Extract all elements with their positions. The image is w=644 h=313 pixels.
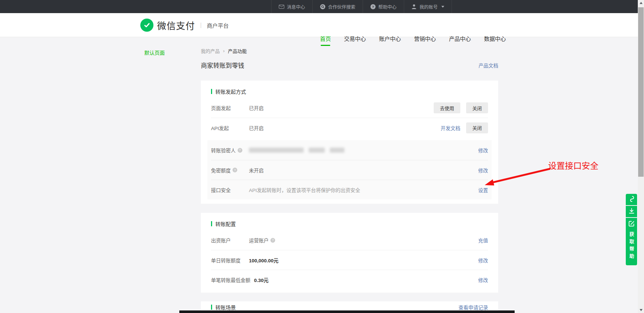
- product-doc-link[interactable]: 产品文档: [479, 62, 498, 69]
- funding-account-help-icon[interactable]: [270, 238, 275, 243]
- get-help-label: 获取帮助: [628, 232, 635, 261]
- svg-text:?: ?: [372, 5, 374, 9]
- launch-section-title: 转账发起方式: [211, 88, 488, 95]
- daily-limit-row: 单日转账额度 100,000.00元 修改: [211, 250, 488, 270]
- page-head: 商家转账到零钱 产品文档: [201, 60, 498, 70]
- annotation-set-api-security: 设置接口安全: [548, 159, 598, 171]
- scroll-down-button[interactable]: [638, 307, 644, 313]
- view-application-records-link[interactable]: 查看申请记录: [458, 304, 488, 311]
- page-title: 商家转账到零钱: [201, 60, 244, 70]
- scrollbar[interactable]: [638, 0, 644, 313]
- question-icon: ?: [370, 4, 376, 9]
- download-icon: [629, 208, 635, 215]
- page-launch-label: 页面发起: [211, 104, 249, 111]
- nav-data-center[interactable]: 数据中心: [484, 26, 506, 50]
- search-icon: [320, 4, 325, 9]
- triangle-down-icon: [640, 309, 643, 311]
- brand-divider: |: [200, 21, 202, 29]
- message-center-label: 消息中心: [287, 3, 305, 10]
- no-password-limit-status: 未开启: [249, 167, 478, 174]
- mail-icon: [279, 4, 284, 9]
- help-center-label: 帮助中心: [378, 3, 397, 10]
- brand-name: 微信支付: [157, 19, 195, 32]
- breadcrumb-separator: ›: [223, 48, 225, 54]
- chevron-down-icon: [441, 6, 444, 8]
- dev-doc-link[interactable]: 开发文档: [441, 124, 460, 132]
- annotation-arrow-icon: [482, 166, 553, 190]
- link-icon: [629, 196, 635, 204]
- get-help-button[interactable]: 获取帮助: [626, 218, 637, 265]
- config-section-title-text: 转账配置: [215, 220, 236, 227]
- scene-section-title: 转账场景: [211, 304, 236, 311]
- page-launch-row: 页面发起 已开启 去使用 关闭: [211, 98, 488, 118]
- config-section-title: 转账配置: [211, 220, 488, 227]
- message-center-item[interactable]: 消息中心: [271, 0, 312, 13]
- no-password-limit-label: 免密额度: [211, 167, 231, 174]
- verifier-help-icon[interactable]: [238, 148, 242, 153]
- launch-method-card: 转账发起方式 页面发起 已开启 去使用 关闭 API发起 已开启 开发文档 关闭…: [201, 81, 498, 204]
- breadcrumb: 我的产品 › 产品功能: [201, 47, 247, 54]
- float-toolbar: 获取帮助: [626, 194, 637, 265]
- verifier-row: 转账验密人 修改: [211, 140, 488, 160]
- min-amount-value: 0.30元: [254, 276, 478, 283]
- min-amount-row: 单笔转账最低金额 0.30元 修改: [211, 270, 488, 289]
- min-amount-label: 单笔转账最低金额: [211, 276, 254, 283]
- partner-search-item[interactable]: 合作伙伴搜索: [312, 0, 363, 13]
- modify-min-amount-link[interactable]: 修改: [478, 276, 488, 283]
- scene-section-title-text: 转账场景: [215, 304, 236, 311]
- download-button[interactable]: [626, 206, 637, 217]
- topbar: 消息中心 合作伙伴搜索 ? 帮助中心 我的账号: [0, 0, 644, 13]
- nav-product-center[interactable]: 产品中心: [449, 26, 471, 50]
- api-security-row: 接口安全 API发起转账时，设置该项平台将保护你的出资安全 设置: [211, 180, 488, 199]
- nav-account-center[interactable]: 账户中心: [379, 26, 401, 50]
- breadcrumb-parent[interactable]: 我的产品: [201, 47, 220, 54]
- nav-home[interactable]: 首页: [320, 26, 331, 50]
- masked-verifier-value: [249, 148, 344, 153]
- scroll-up-button[interactable]: [638, 0, 644, 6]
- daily-limit-label: 单日转账额度: [211, 257, 249, 264]
- recharge-link[interactable]: 充值: [478, 236, 488, 244]
- brand: 微信支付 | 商户平台: [140, 13, 229, 37]
- section-accent-bar: [211, 89, 212, 94]
- api-settings-block: 转账验密人 修改 免密额度 未开启 修改 接口安全 API发起转账时，设置该项平…: [207, 140, 492, 199]
- my-account-item[interactable]: 我的账号: [404, 0, 452, 13]
- main-nav: 首页 交易中心 账户中心 营销中心 产品中心 数据中心: [320, 26, 506, 50]
- topbar-items: 消息中心 合作伙伴搜索 ? 帮助中心 我的账号: [271, 0, 452, 13]
- clipped-content-strip: [179, 310, 515, 313]
- api-launch-label: API发起: [211, 124, 249, 132]
- modify-daily-limit-link[interactable]: 修改: [478, 257, 488, 264]
- api-launch-row: API发起 已开启 开发文档 关闭: [211, 118, 488, 137]
- nav-transaction-center[interactable]: 交易中心: [344, 26, 366, 50]
- share-link-button[interactable]: [626, 194, 637, 205]
- funding-account-value: 运营账户: [249, 236, 269, 244]
- no-password-limit-help-icon[interactable]: [233, 168, 237, 172]
- breadcrumb-current: 产品功能: [228, 47, 247, 54]
- api-security-desc: API发起转账时，设置该项平台将保护你的出资安全: [249, 186, 478, 193]
- nav-marketing-center[interactable]: 营销中心: [414, 26, 436, 50]
- sidebar-item-default-page[interactable]: 默认页面: [144, 49, 165, 56]
- close-page-launch-button[interactable]: 关闭: [466, 102, 488, 113]
- api-security-label: 接口安全: [211, 186, 249, 193]
- daily-limit-value: 100,000.00元: [249, 257, 478, 264]
- help-center-item[interactable]: ? 帮助中心: [363, 0, 404, 13]
- wechat-pay-logo-icon: [140, 19, 153, 32]
- my-account-label: 我的账号: [419, 3, 438, 10]
- funding-account-row: 出资账户 运营账户 充值: [211, 230, 488, 250]
- platform-label: 商户平台: [207, 21, 229, 29]
- no-password-limit-row: 免密额度 未开启 修改: [211, 160, 488, 180]
- modify-verifier-link[interactable]: 修改: [478, 146, 488, 154]
- verifier-label: 转账验密人: [211, 146, 236, 154]
- launch-section-title-text: 转账发起方式: [215, 88, 246, 95]
- user-icon: [411, 4, 417, 9]
- transfer-config-card: 转账配置 出资账户 运营账户 充值 单日转账额度 100,000.00元 修改 …: [201, 213, 498, 293]
- section-accent-bar: [211, 221, 212, 226]
- feedback-edit-icon: [629, 221, 635, 228]
- api-launch-status: 已开启: [249, 124, 441, 132]
- use-button[interactable]: 去使用: [434, 102, 460, 113]
- header: 微信支付 | 商户平台 首页 交易中心 账户中心 营销中心 产品中心 数据中心: [0, 13, 644, 37]
- page-launch-status: 已开启: [249, 104, 434, 111]
- scrollbar-thumb[interactable]: [638, 7, 644, 177]
- triangle-up-icon: [640, 2, 643, 4]
- funding-account-label: 出资账户: [211, 236, 249, 244]
- close-api-launch-button[interactable]: 关闭: [466, 122, 488, 133]
